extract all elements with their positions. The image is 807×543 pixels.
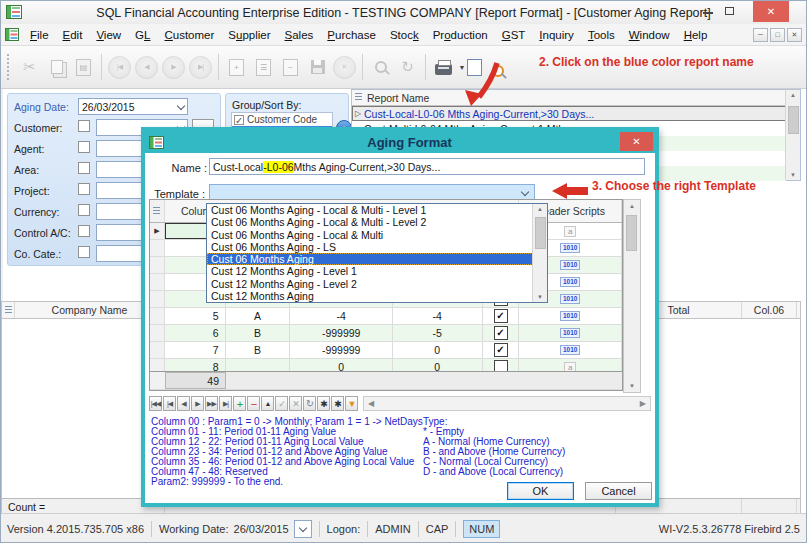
grid-row[interactable]: 6B-999999-5✓1010 — [150, 325, 622, 342]
nav-delete-icon[interactable]: − — [247, 396, 260, 411]
scrollbar-thumb[interactable] — [626, 215, 637, 251]
maximize-icon[interactable] — [725, 7, 734, 15]
delete-icon[interactable]: − — [277, 54, 304, 81]
nav-refresh-icon[interactable]: ↻ — [303, 396, 316, 411]
scrollbar-thumb[interactable] — [535, 217, 546, 249]
minimize-icon[interactable] — [703, 12, 713, 14]
cut-icon[interactable]: ✂ — [16, 54, 43, 81]
template-option[interactable]: Cust 06 Months Aging - Local & Multi - L… — [207, 216, 533, 228]
ok-button[interactable]: OK — [507, 482, 574, 500]
working-date-select[interactable] — [294, 520, 312, 538]
nav-prior-icon[interactable]: ◀ — [177, 396, 190, 411]
previous-record-icon[interactable]: ◀ — [133, 54, 160, 81]
menu-gl[interactable]: GL — [128, 26, 157, 44]
template-option[interactable]: Cust 12 Months Aging - Level 1 — [207, 265, 533, 277]
edit-icon[interactable]: ☰ — [250, 54, 277, 81]
menu-purchase[interactable]: Purchase — [320, 26, 383, 44]
menu-help[interactable]: Help — [677, 26, 715, 44]
refresh-icon[interactable]: ↻ — [394, 54, 421, 81]
scroll-down-icon[interactable]: ▼ — [533, 294, 547, 300]
menu-stock[interactable]: Stock — [383, 26, 426, 44]
paste-icon[interactable]: ▤ — [70, 54, 97, 81]
menu-file[interactable]: File — [23, 26, 56, 44]
scroll-up-icon[interactable]: ▲ — [786, 92, 800, 98]
template-option[interactable]: Cust 06 Months Aging - LS — [207, 241, 533, 253]
aging-date-select[interactable]: 26/03/2015 — [78, 98, 188, 115]
nav-prior-page-icon[interactable]: |◀ — [163, 396, 176, 411]
cancel-button[interactable]: Cancel — [585, 482, 652, 500]
next-record-icon[interactable]: ▶ — [160, 54, 187, 81]
last-record-icon[interactable]: ▶| — [187, 54, 214, 81]
preview-icon[interactable] — [467, 54, 494, 81]
grid-row[interactable]: 5A-4-4✓1010 — [150, 308, 622, 325]
nav-insert-icon[interactable]: + — [233, 396, 246, 411]
grid-options-icon[interactable] — [355, 93, 362, 102]
scroll-right-icon[interactable]: ▶ — [640, 399, 646, 408]
template-option[interactable]: Cust 12 Months Aging — [207, 290, 533, 302]
grid-scrollbar[interactable]: ▲ ▼ — [623, 199, 641, 393]
row-checkbox[interactable]: ✓ — [494, 343, 508, 357]
close-icon[interactable]: ✕ — [753, 1, 789, 22]
copy-icon[interactable] — [43, 54, 70, 81]
first-record-icon[interactable]: |◀ — [106, 54, 133, 81]
project-checkbox[interactable] — [78, 183, 90, 195]
grid-options-icon[interactable] — [5, 306, 12, 315]
co-cate-checkbox[interactable] — [78, 246, 90, 258]
scrollbar-thumb[interactable] — [788, 106, 799, 134]
print-dropdown-icon[interactable]: ▼ — [457, 64, 467, 71]
agent-checkbox[interactable] — [78, 141, 90, 153]
nav-last-icon[interactable]: ▶| — [219, 396, 232, 411]
horizontal-scrollbar[interactable]: ◀▶ — [363, 396, 651, 411]
scroll-down-icon[interactable]: ▼ — [786, 172, 800, 178]
grid-options-icon[interactable] — [153, 207, 160, 216]
mdi-restore-icon[interactable]: □ — [770, 28, 785, 42]
save-icon[interactable] — [304, 54, 331, 81]
menu-customer[interactable]: Customer — [157, 26, 221, 44]
scroll-left-icon[interactable]: ◀ — [368, 399, 374, 408]
menu-view[interactable]: View — [89, 26, 128, 44]
menu-sales[interactable]: Sales — [278, 26, 321, 44]
control-ac-checkbox[interactable] — [78, 225, 90, 237]
grid-row[interactable]: 7B-9999990✓1010 — [150, 342, 622, 359]
scroll-up-icon[interactable]: ▲ — [533, 206, 547, 212]
menu-gst[interactable]: GST — [495, 26, 533, 44]
area-checkbox[interactable] — [78, 162, 90, 174]
template-option[interactable]: Cust 06 Months Aging - Local & Multi - L… — [207, 204, 533, 216]
menu-edit[interactable]: Edit — [56, 26, 90, 44]
new-icon[interactable]: + — [223, 54, 250, 81]
menu-tools[interactable]: Tools — [581, 26, 622, 44]
template-option[interactable]: Cust 12 Months Aging - Level 2 — [207, 278, 533, 290]
nav-first-icon[interactable]: |◀◀ — [149, 396, 162, 411]
menu-production[interactable]: Production — [426, 26, 495, 44]
search-icon[interactable] — [367, 54, 394, 81]
name-input[interactable]: Cust-Local-L0-06 Mths Aging-Current,>30 … — [209, 158, 645, 175]
scroll-up-icon[interactable]: ▲ — [624, 203, 640, 209]
report-row-selected[interactable]: ▷Cust-Local-L0-06 Mths Aging-Current,>30… — [352, 106, 786, 121]
nav-cancel-icon[interactable]: ✕ — [289, 396, 302, 411]
col06-header[interactable]: Col.06 — [742, 302, 797, 318]
group-sort-item-customer-code[interactable]: ✓Customer Code — [232, 113, 332, 126]
nav-next-icon[interactable]: ▶ — [191, 396, 204, 411]
print-icon[interactable] — [430, 54, 457, 81]
mdi-close-icon[interactable]: ✕ — [787, 28, 802, 42]
row-checkbox[interactable]: ✓ — [494, 309, 508, 323]
menu-window[interactable]: Window — [622, 26, 677, 44]
mdi-minimize-icon[interactable]: ─ — [753, 28, 768, 42]
dropdown-scrollbar[interactable]: ▲ ▼ — [532, 204, 547, 302]
nav-next-page-icon[interactable]: ▶▶ — [205, 396, 218, 411]
template-option-selected[interactable]: Cust 06 Months Aging — [207, 253, 533, 265]
dialog-close-icon[interactable]: ✕ — [620, 132, 653, 151]
scroll-down-icon[interactable]: ▼ — [624, 383, 640, 389]
row-checkbox[interactable]: ✓ — [494, 326, 508, 340]
template-option[interactable]: Cust 06 Months Aging - Local & Multi — [207, 229, 533, 241]
customer-checkbox[interactable] — [78, 120, 90, 132]
nav-goto-bookmark-icon[interactable]: ✱ — [331, 396, 344, 411]
cancel-icon[interactable]: ✕ — [331, 54, 358, 81]
nav-bookmark-icon[interactable]: ✱ — [317, 396, 330, 411]
currency-checkbox[interactable] — [78, 204, 90, 216]
menu-inquiry[interactable]: Inquiry — [532, 26, 581, 44]
nav-post-icon[interactable]: ✓ — [275, 396, 288, 411]
nav-edit-icon[interactable]: ▲ — [261, 396, 274, 411]
report-list-scrollbar[interactable]: ▲ ▼ — [785, 90, 800, 180]
nav-filter-icon[interactable]: ▼ — [345, 396, 358, 411]
